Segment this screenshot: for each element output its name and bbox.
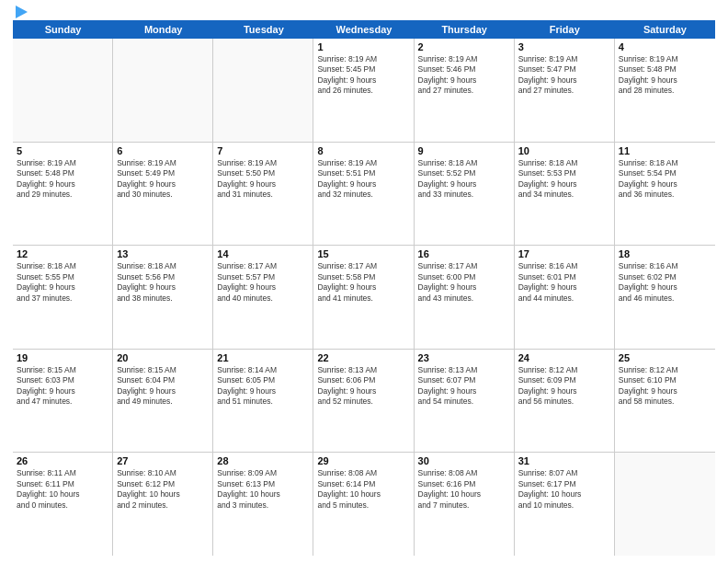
calendar-cell-15: 15Sunrise: 8:17 AM Sunset: 5:58 PM Dayli… — [313, 246, 414, 349]
calendar-cell-4: 4Sunrise: 8:19 AM Sunset: 5:48 PM Daylig… — [615, 39, 715, 142]
cell-text: Sunrise: 8:19 AM Sunset: 5:51 PM Dayligh… — [317, 158, 409, 201]
header-day-sunday: Sunday — [13, 20, 113, 39]
calendar-cell-20: 20Sunrise: 8:15 AM Sunset: 6:04 PM Dayli… — [113, 350, 213, 453]
cell-text: Sunrise: 8:17 AM Sunset: 6:00 PM Dayligh… — [418, 261, 510, 304]
calendar-cell-empty-0-2 — [213, 39, 313, 142]
calendar-cell-11: 11Sunrise: 8:18 AM Sunset: 5:54 PM Dayli… — [615, 143, 715, 246]
cell-text: Sunrise: 8:19 AM Sunset: 5:47 PM Dayligh… — [518, 54, 610, 97]
calendar-cell-10: 10Sunrise: 8:18 AM Sunset: 5:53 PM Dayli… — [515, 143, 615, 246]
day-number: 14 — [217, 248, 309, 259]
calendar-week-3: 12Sunrise: 8:18 AM Sunset: 5:55 PM Dayli… — [13, 246, 715, 350]
cell-text: Sunrise: 8:19 AM Sunset: 5:46 PM Dayligh… — [418, 54, 510, 97]
calendar-cell-empty-0-1 — [113, 39, 213, 142]
calendar-cell-22: 22Sunrise: 8:13 AM Sunset: 6:06 PM Dayli… — [313, 350, 414, 453]
calendar-week-2: 5Sunrise: 8:19 AM Sunset: 5:48 PM Daylig… — [13, 143, 715, 247]
calendar-cell-2: 2Sunrise: 8:19 AM Sunset: 5:46 PM Daylig… — [415, 39, 515, 142]
cell-text: Sunrise: 8:19 AM Sunset: 5:48 PM Dayligh… — [17, 158, 108, 201]
header-day-thursday: Thursday — [415, 20, 515, 39]
calendar-cell-26: 26Sunrise: 8:11 AM Sunset: 6:11 PM Dayli… — [13, 453, 113, 556]
calendar-cell-12: 12Sunrise: 8:18 AM Sunset: 5:55 PM Dayli… — [13, 246, 113, 349]
day-number: 11 — [619, 145, 711, 156]
header-day-monday: Monday — [113, 20, 213, 39]
day-number: 20 — [117, 352, 209, 363]
calendar-cell-29: 29Sunrise: 8:08 AM Sunset: 6:14 PM Dayli… — [313, 453, 414, 556]
day-number: 5 — [17, 145, 108, 156]
logo-arrow-icon — [16, 6, 28, 18]
calendar-cell-7: 7Sunrise: 8:19 AM Sunset: 5:50 PM Daylig… — [213, 143, 313, 246]
day-number: 3 — [518, 41, 610, 52]
header-day-tuesday: Tuesday — [213, 20, 313, 39]
calendar-cell-31: 31Sunrise: 8:07 AM Sunset: 6:17 PM Dayli… — [515, 453, 615, 556]
cell-text: Sunrise: 8:18 AM Sunset: 5:56 PM Dayligh… — [117, 261, 209, 304]
day-number: 26 — [17, 455, 108, 466]
calendar-cell-16: 16Sunrise: 8:17 AM Sunset: 6:00 PM Dayli… — [415, 246, 515, 349]
day-number: 25 — [619, 352, 711, 363]
cell-text: Sunrise: 8:18 AM Sunset: 5:52 PM Dayligh… — [418, 158, 510, 201]
cell-text: Sunrise: 8:13 AM Sunset: 6:06 PM Dayligh… — [317, 365, 409, 408]
calendar-cell-8: 8Sunrise: 8:19 AM Sunset: 5:51 PM Daylig… — [313, 143, 414, 246]
cell-text: Sunrise: 8:15 AM Sunset: 6:03 PM Dayligh… — [17, 365, 108, 408]
header-day-wednesday: Wednesday — [313, 20, 414, 39]
calendar-week-5: 26Sunrise: 8:11 AM Sunset: 6:11 PM Dayli… — [13, 453, 715, 556]
calendar-cell-empty-0-0 — [13, 39, 113, 142]
calendar-cell-27: 27Sunrise: 8:10 AM Sunset: 6:12 PM Dayli… — [113, 453, 213, 556]
calendar: SundayMondayTuesdayWednesdayThursdayFrid… — [13, 20, 715, 556]
cell-text: Sunrise: 8:08 AM Sunset: 6:14 PM Dayligh… — [317, 468, 409, 511]
calendar-cell-21: 21Sunrise: 8:14 AM Sunset: 6:05 PM Dayli… — [213, 350, 313, 453]
cell-text: Sunrise: 8:09 AM Sunset: 6:13 PM Dayligh… — [217, 468, 309, 511]
calendar-week-4: 19Sunrise: 8:15 AM Sunset: 6:03 PM Dayli… — [13, 350, 715, 454]
calendar-cell-28: 28Sunrise: 8:09 AM Sunset: 6:13 PM Dayli… — [213, 453, 313, 556]
day-number: 21 — [217, 352, 309, 363]
day-number: 17 — [518, 248, 610, 259]
day-number: 24 — [518, 352, 610, 363]
calendar-cell-5: 5Sunrise: 8:19 AM Sunset: 5:48 PM Daylig… — [13, 143, 113, 246]
day-number: 10 — [518, 145, 610, 156]
cell-text: Sunrise: 8:16 AM Sunset: 6:02 PM Dayligh… — [619, 261, 711, 304]
calendar-body: 1Sunrise: 8:19 AM Sunset: 5:45 PM Daylig… — [13, 39, 715, 556]
day-number: 19 — [17, 352, 108, 363]
day-number: 15 — [317, 248, 409, 259]
calendar-cell-6: 6Sunrise: 8:19 AM Sunset: 5:49 PM Daylig… — [113, 143, 213, 246]
cell-text: Sunrise: 8:15 AM Sunset: 6:04 PM Dayligh… — [117, 365, 209, 408]
day-number: 30 — [418, 455, 510, 466]
calendar-cell-18: 18Sunrise: 8:16 AM Sunset: 6:02 PM Dayli… — [615, 246, 715, 349]
day-number: 9 — [418, 145, 510, 156]
cell-text: Sunrise: 8:19 AM Sunset: 5:45 PM Dayligh… — [317, 54, 409, 97]
day-number: 12 — [17, 248, 108, 259]
calendar-cell-empty-4-6 — [615, 453, 715, 556]
logo — [13, 9, 28, 15]
day-number: 8 — [317, 145, 409, 156]
day-number: 13 — [117, 248, 209, 259]
header — [13, 9, 715, 15]
day-number: 4 — [619, 41, 711, 52]
day-number: 2 — [418, 41, 510, 52]
cell-text: Sunrise: 8:12 AM Sunset: 6:10 PM Dayligh… — [619, 365, 711, 408]
calendar-cell-19: 19Sunrise: 8:15 AM Sunset: 6:03 PM Dayli… — [13, 350, 113, 453]
cell-text: Sunrise: 8:17 AM Sunset: 5:58 PM Dayligh… — [317, 261, 409, 304]
cell-text: Sunrise: 8:17 AM Sunset: 5:57 PM Dayligh… — [217, 261, 309, 304]
day-number: 31 — [518, 455, 610, 466]
calendar-cell-1: 1Sunrise: 8:19 AM Sunset: 5:45 PM Daylig… — [313, 39, 414, 142]
cell-text: Sunrise: 8:18 AM Sunset: 5:53 PM Dayligh… — [518, 158, 610, 201]
cell-text: Sunrise: 8:19 AM Sunset: 5:49 PM Dayligh… — [117, 158, 209, 201]
cell-text: Sunrise: 8:08 AM Sunset: 6:16 PM Dayligh… — [418, 468, 510, 511]
page: SundayMondayTuesdayWednesdayThursdayFrid… — [0, 0, 728, 563]
cell-text: Sunrise: 8:19 AM Sunset: 5:50 PM Dayligh… — [217, 158, 309, 201]
calendar-cell-17: 17Sunrise: 8:16 AM Sunset: 6:01 PM Dayli… — [515, 246, 615, 349]
cell-text: Sunrise: 8:07 AM Sunset: 6:17 PM Dayligh… — [518, 468, 610, 511]
cell-text: Sunrise: 8:14 AM Sunset: 6:05 PM Dayligh… — [217, 365, 309, 408]
calendar-cell-3: 3Sunrise: 8:19 AM Sunset: 5:47 PM Daylig… — [515, 39, 615, 142]
day-number: 6 — [117, 145, 209, 156]
day-number: 23 — [418, 352, 510, 363]
calendar-header: SundayMondayTuesdayWednesdayThursdayFrid… — [13, 20, 715, 39]
calendar-cell-13: 13Sunrise: 8:18 AM Sunset: 5:56 PM Dayli… — [113, 246, 213, 349]
header-day-saturday: Saturday — [615, 20, 715, 39]
calendar-cell-30: 30Sunrise: 8:08 AM Sunset: 6:16 PM Dayli… — [415, 453, 515, 556]
calendar-cell-24: 24Sunrise: 8:12 AM Sunset: 6:09 PM Dayli… — [515, 350, 615, 453]
calendar-cell-23: 23Sunrise: 8:13 AM Sunset: 6:07 PM Dayli… — [415, 350, 515, 453]
day-number: 18 — [619, 248, 711, 259]
day-number: 7 — [217, 145, 309, 156]
cell-text: Sunrise: 8:13 AM Sunset: 6:07 PM Dayligh… — [418, 365, 510, 408]
cell-text: Sunrise: 8:10 AM Sunset: 6:12 PM Dayligh… — [117, 468, 209, 511]
cell-text: Sunrise: 8:11 AM Sunset: 6:11 PM Dayligh… — [17, 468, 108, 511]
